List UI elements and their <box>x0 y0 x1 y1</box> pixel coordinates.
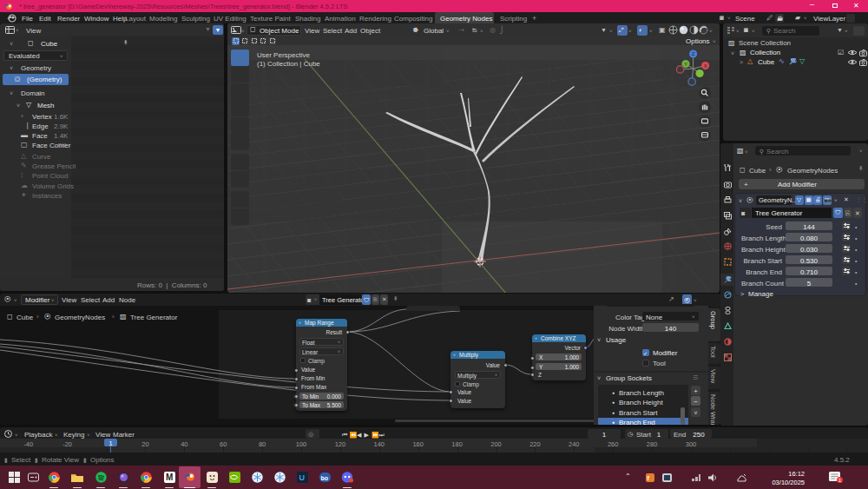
svg-text:Y: Y <box>684 62 687 67</box>
svg-text:1: 1 <box>838 478 841 483</box>
svg-text:X: X <box>704 63 707 69</box>
